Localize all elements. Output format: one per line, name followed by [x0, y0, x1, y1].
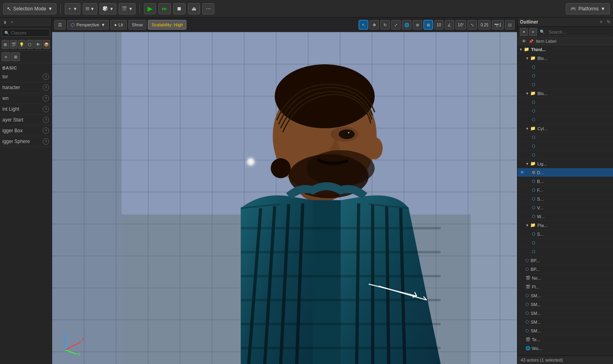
viewport[interactable]: ☰ ⬡ Perspective ▼ ● Lit Show Scalability…: [52, 18, 517, 364]
filter-lights-btn[interactable]: 💡: [18, 40, 26, 49]
eject-button[interactable]: ⏏: [188, 3, 200, 14]
outliner-item-blo1-3[interactable]: ⬡: [517, 80, 613, 89]
filter-btn[interactable]: ▾: [520, 28, 528, 36]
actor-help-btn[interactable]: ?: [43, 74, 49, 80]
outliner-item-sm3[interactable]: ⬡ SM...: [517, 309, 613, 318]
outliner-list[interactable]: ▼ 📁 Third... ▼ 📁 Blo... ⬡ ⬡: [517, 45, 613, 356]
list-item-player-start[interactable]: ayer Start ?: [0, 115, 52, 125]
outliner-item-blo2-2[interactable]: ⬡: [517, 107, 613, 115]
outliner-item-pla-2[interactable]: ⬡: [517, 239, 613, 247]
stop-button[interactable]: ⏹: [173, 3, 186, 14]
blueprint-button[interactable]: 🎲 ▼: [100, 3, 116, 14]
outliner-item-lig-s[interactable]: ⬡ S...: [517, 195, 613, 203]
outliner-item-sm1[interactable]: ⬡ SM...: [517, 291, 613, 300]
outliner-item-te[interactable]: 🎬 Te...: [517, 335, 613, 344]
player-start-help-btn[interactable]: ?: [43, 117, 49, 123]
outliner-item-blo2-3[interactable]: ⬡: [517, 115, 613, 124]
outliner-close-btn[interactable]: ×: [600, 19, 603, 25]
outliner-item-lig-w[interactable]: ⬡ W...: [517, 212, 613, 221]
add-actor-button[interactable]: ＋ ▼: [65, 3, 80, 14]
list-item-character[interactable]: haracter ?: [0, 82, 52, 93]
angle-value-btn[interactable]: 10°: [455, 20, 466, 30]
visibility-eye-icon[interactable]: 👁: [519, 170, 525, 175]
outliner-item-lig-f[interactable]: ⬡ F...: [517, 186, 613, 195]
filter-box-btn[interactable]: 📦: [43, 40, 50, 49]
place-actors-tab[interactable]: s: [2, 19, 8, 25]
grid-view-btn[interactable]: ⊞: [11, 52, 20, 61]
simulate-button[interactable]: ⏭: [158, 3, 171, 14]
outliner-item-lig-v[interactable]: ⬡ V...: [517, 203, 613, 212]
select-tool-btn[interactable]: ↖: [359, 20, 368, 30]
selection-mode-button[interactable]: ↖ Selection Mode ▼: [3, 3, 56, 14]
character-help-btn[interactable]: ?: [43, 84, 49, 91]
outliner-item-lig-b[interactable]: ⬡ B...: [517, 177, 613, 186]
outliner-item-sm4[interactable]: ⬡ SM...: [517, 318, 613, 326]
scale-value-btn[interactable]: 0.25: [478, 20, 491, 30]
outliner-item-pla-1[interactable]: ⬡ S...: [517, 230, 613, 239]
outliner-folder-blo1[interactable]: ▼ 📁 Blo...: [517, 54, 613, 63]
outliner-item-bp2[interactable]: ⬡ BP...: [517, 265, 613, 274]
surface-snap-btn[interactable]: ⊕: [413, 20, 422, 30]
lit-btn[interactable]: ● Lit: [110, 20, 126, 30]
outliner-edit-btn[interactable]: ✎: [607, 19, 611, 25]
outliner-item-pl[interactable]: 🎬 Pl...: [517, 282, 613, 291]
outliner-group-third[interactable]: ▼ 📁 Third...: [517, 45, 613, 54]
world-space-btn[interactable]: 🌐: [402, 20, 411, 30]
trigger-box-help-btn[interactable]: ?: [43, 127, 49, 134]
platforms-button[interactable]: 🎮 Platforms ▼: [566, 3, 610, 14]
list-view-btn[interactable]: ≡: [2, 52, 10, 61]
scale-snap-btn[interactable]: ⤡: [467, 20, 477, 30]
sort-btn[interactable]: ≡: [529, 28, 537, 36]
outliner-item-cyl-3[interactable]: ⬡: [517, 151, 613, 159]
outliner-item-ne[interactable]: 🎬 Ne...: [517, 274, 613, 282]
filter-all-btn[interactable]: ⊞: [2, 40, 9, 49]
more-options-button[interactable]: ⋯: [202, 3, 214, 14]
maximize-btn[interactable]: ⊡: [505, 20, 515, 30]
outliner-item-bp1[interactable]: ⬡ BP...: [517, 256, 613, 265]
point-light-help-btn[interactable]: ?: [43, 106, 49, 112]
outliner-item-wo[interactable]: 🌐 Wo...: [517, 344, 613, 353]
play-button[interactable]: ▶: [144, 3, 156, 14]
perspective-btn[interactable]: ⬡ Perspective ▼: [67, 20, 109, 30]
outliner-item-blo1-2[interactable]: ⬡: [517, 72, 613, 80]
scalability-badge[interactable]: Scalability: High: [148, 20, 186, 30]
show-btn[interactable]: Show: [128, 20, 147, 30]
outliner-folder-cyl[interactable]: ▼ 📁 Cyl...: [517, 124, 613, 133]
filter-shapes-btn[interactable]: ⬡: [26, 40, 34, 49]
outliner-item-sm5[interactable]: ⬡ SM...: [517, 326, 613, 335]
pawn-help-btn[interactable]: ?: [43, 95, 49, 101]
filter-static-btn[interactable]: 🎬: [10, 40, 18, 49]
pan-tool-btn[interactable]: ✥: [369, 20, 379, 30]
list-item-trigger-sphere[interactable]: igger Sphere ?: [0, 136, 52, 147]
outliner-item-sm2[interactable]: ⬡ SM...: [517, 300, 613, 309]
lit-dot-icon: ●: [114, 22, 117, 27]
list-item-point-light[interactable]: int Light ?: [0, 104, 52, 115]
selection-mode-label: Selection Mode: [13, 6, 46, 12]
outliner-item-lig-d-selected[interactable]: 👁 ⚙ D...: [517, 168, 613, 177]
outliner-item-cyl-2[interactable]: ⬡: [517, 142, 613, 151]
rotate-tool-btn[interactable]: ↻: [380, 20, 390, 30]
trigger-sphere-help-btn[interactable]: ?: [43, 138, 49, 145]
outliner-folder-blo2[interactable]: ▼ 📁 Blo...: [517, 89, 613, 98]
grid-btn[interactable]: ⊞: [423, 20, 433, 30]
grid-value-btn[interactable]: 10: [434, 20, 443, 30]
svg-line-34: [65, 350, 77, 354]
outliner-item-cyl-1[interactable]: ⬡: [517, 133, 613, 142]
cinematics-button[interactable]: 🎬 ▼: [119, 3, 136, 14]
list-item-actor[interactable]: tor ?: [0, 72, 52, 82]
filter-visual-btn[interactable]: 👁: [34, 40, 42, 49]
camera-speed-btn[interactable]: 📷 1: [492, 20, 504, 30]
viewport-menu-btn[interactable]: ☰: [54, 20, 66, 30]
outliner-folder-pla[interactable]: ▼ 📁 Pla...: [517, 221, 613, 230]
list-item-pawn[interactable]: wn ?: [0, 93, 52, 104]
outliner-item-blo1-1[interactable]: ⬡: [517, 63, 613, 72]
outliner-item-pla-3[interactable]: ⬡: [517, 247, 613, 256]
outliner-folder-lig[interactable]: ▼ 📁 Lig...: [517, 159, 613, 168]
close-tab-btn[interactable]: ×: [11, 20, 13, 24]
scale-tool-btn[interactable]: ⤢: [391, 20, 401, 30]
list-item-trigger-box[interactable]: igger Box ?: [0, 125, 52, 136]
angle-snap-btn[interactable]: ∠: [445, 20, 454, 30]
outliner-search-input[interactable]: [546, 28, 611, 36]
outliner-item-blo2-1[interactable]: ⬡: [517, 98, 613, 107]
content-drawer-button[interactable]: ⊟ ▼: [83, 3, 98, 14]
